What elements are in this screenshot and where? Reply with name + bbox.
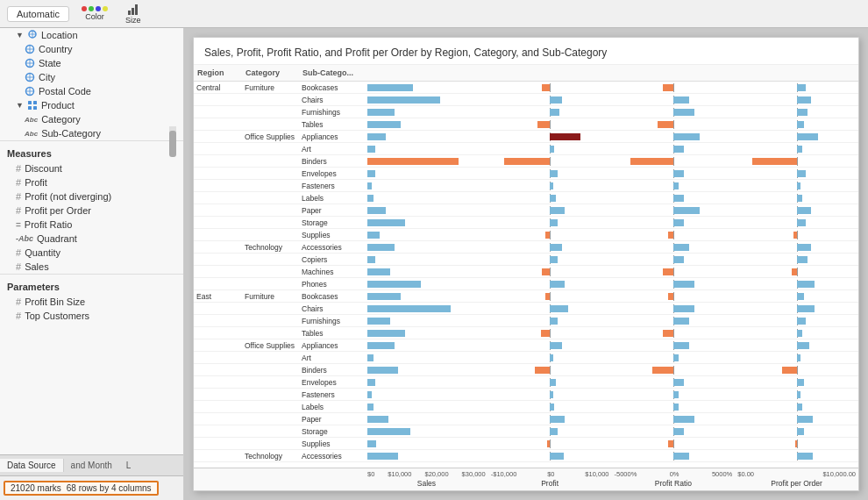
cell-subcategory: Chairs xyxy=(299,304,365,314)
color-button[interactable]: Color xyxy=(76,4,113,23)
table-row[interactable]: Envelopes xyxy=(194,168,858,180)
sidebar-item-state[interactable]: State xyxy=(0,56,183,70)
cell-bar xyxy=(735,438,858,449)
table-row[interactable]: Supplies xyxy=(194,229,858,241)
bar-positive xyxy=(797,281,815,288)
tab-data-source[interactable]: Data Source xyxy=(0,459,64,472)
table-row[interactable]: Office SuppliesAppliances xyxy=(194,131,858,143)
sidebar-item-profit-per-order[interactable]: # Profit per Order xyxy=(0,204,183,218)
cell-bar xyxy=(488,401,612,412)
cell-bar xyxy=(488,254,612,265)
table-row[interactable]: Machines xyxy=(194,266,858,278)
table-row[interactable]: Art xyxy=(194,143,858,155)
table-row[interactable]: Furnishings xyxy=(194,315,858,327)
bar-positive xyxy=(673,391,679,398)
table-row[interactable]: Labels xyxy=(194,401,858,413)
table-row[interactable]: Fasteners xyxy=(194,180,858,192)
cell-region xyxy=(194,148,242,150)
cell-bar xyxy=(365,106,488,118)
bar xyxy=(367,404,374,411)
params-header: Parameters xyxy=(0,274,183,295)
cell-region xyxy=(194,369,242,371)
sidebar-item-postalcode[interactable]: Postal Code xyxy=(0,84,183,98)
cell-category xyxy=(242,173,299,175)
table-row[interactable]: Fasteners xyxy=(194,389,858,401)
sidebar-item-top-customers[interactable]: # Top Customers xyxy=(0,309,183,323)
table-row[interactable]: Paper xyxy=(194,204,858,217)
bar xyxy=(367,207,386,214)
cell-bar xyxy=(612,401,736,412)
sidebar-item-city[interactable]: City xyxy=(0,70,183,84)
cell-category xyxy=(242,308,299,310)
xaxis-region xyxy=(194,468,242,490)
table-row[interactable]: TechnologyAccessories xyxy=(194,450,858,462)
table-row[interactable]: Storage xyxy=(194,425,858,438)
cell-subcategory: Phones xyxy=(299,279,365,289)
cell-bar xyxy=(365,352,488,363)
cell-region: Central xyxy=(194,82,242,93)
table-row[interactable]: Furnishings xyxy=(194,106,858,118)
tab-l[interactable]: L xyxy=(119,459,139,472)
zero-line xyxy=(550,83,551,92)
cell-bar xyxy=(365,389,488,400)
zero-line xyxy=(550,292,551,301)
table-row[interactable]: Copiers xyxy=(194,254,858,266)
bar-positive xyxy=(673,244,689,251)
sidebar-item-subcategory[interactable]: Abc Sub-Category xyxy=(0,126,183,140)
table-row[interactable]: Labels xyxy=(194,192,858,204)
table-row[interactable]: Binders xyxy=(194,155,858,168)
table-row[interactable]: Chairs xyxy=(194,303,858,315)
table-row[interactable]: Office SuppliesAppliances xyxy=(194,339,858,352)
profit-bin-hash-icon: # xyxy=(16,296,21,307)
sidebar-item-quadrant[interactable]: -Abc Quadrant xyxy=(0,232,183,246)
sidebar-item-product[interactable]: ▼ Product xyxy=(0,98,183,112)
cell-region xyxy=(194,345,242,346)
sidebar-item-profit[interactable]: # Profit xyxy=(0,175,183,189)
sidebar-item-country[interactable]: Country xyxy=(0,42,183,56)
bar-positive xyxy=(673,379,684,386)
table-row[interactable]: Binders xyxy=(194,364,858,376)
cell-subcategory: Envelopes xyxy=(299,377,365,388)
sidebar-item-profit-bin[interactable]: # Profit Bin Size xyxy=(0,295,183,309)
sidebar-item-sales[interactable]: # Sales xyxy=(0,260,183,274)
cell-region xyxy=(194,210,242,211)
table-row[interactable]: Phones xyxy=(194,278,858,290)
cell-bar xyxy=(612,266,736,277)
table-row[interactable]: Envelopes xyxy=(194,376,858,389)
table-row[interactable]: Tables xyxy=(194,118,858,131)
xaxis-profit-ratio: -5000% 0% 5000% Profit Ratio xyxy=(612,468,736,490)
cell-bar xyxy=(735,401,858,412)
cell-bar xyxy=(612,425,736,437)
cell-region xyxy=(194,246,242,248)
table-row[interactable]: Storage xyxy=(194,217,858,229)
table-row[interactable]: Art xyxy=(194,352,858,364)
table-row[interactable]: CentralFurnitureBookcases xyxy=(194,82,858,94)
cell-bar xyxy=(488,204,612,216)
automatic-dropdown[interactable]: Automatic xyxy=(7,6,69,22)
cell-bar xyxy=(488,82,612,93)
table-row[interactable]: EastFurnitureBookcases xyxy=(194,290,858,303)
cell-bar xyxy=(365,339,488,351)
size-button[interactable]: Size xyxy=(120,1,146,26)
sidebar-item-location[interactable]: ▼ Location xyxy=(0,28,183,42)
sidebar-item-quantity[interactable]: # Quantity xyxy=(0,246,183,260)
profit-not-div-label: Profit (not diverging) xyxy=(25,191,111,202)
bar-positive xyxy=(797,391,800,398)
sidebar-item-category[interactable]: Abc Category xyxy=(0,112,183,126)
tab-and-month[interactable]: and Month xyxy=(64,459,119,472)
table-row[interactable]: TechnologyAccessories xyxy=(194,241,858,254)
xaxis-sales-30k: $30,000 xyxy=(462,470,486,478)
bar-positive xyxy=(797,416,813,423)
sidebar-scrollbar[interactable] xyxy=(169,126,176,140)
table-row[interactable]: Chairs xyxy=(194,94,858,106)
sidebar-item-discount[interactable]: # Discount xyxy=(0,161,183,175)
table-row[interactable]: Supplies xyxy=(194,438,858,450)
cell-bar xyxy=(488,94,612,105)
table-row[interactable]: Paper xyxy=(194,413,858,425)
cell-bar xyxy=(735,303,858,314)
sidebar-item-profit-ratio[interactable]: = Profit Ratio xyxy=(0,218,183,232)
table-row[interactable]: Tables xyxy=(194,327,858,339)
cell-bar xyxy=(365,290,488,302)
bar-positive xyxy=(797,146,802,153)
sidebar-item-profit-not-div[interactable]: # Profit (not diverging) xyxy=(0,189,183,204)
